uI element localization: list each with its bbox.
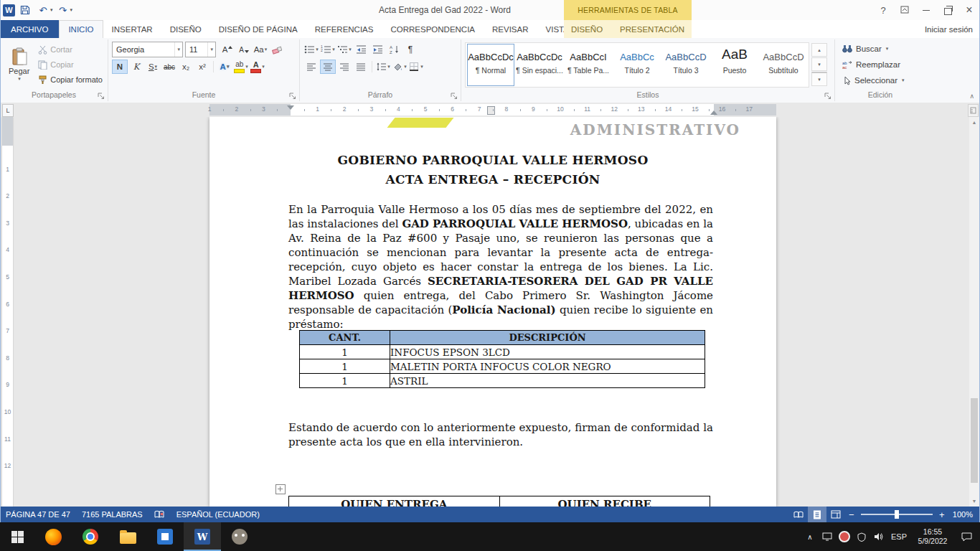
- tab-diseno-de-pagina[interactable]: DISEÑO DE PÁGINA: [210, 20, 306, 38]
- decrease-indent-button[interactable]: [353, 42, 369, 57]
- styles-scroll-down-button[interactable]: ▾: [811, 57, 827, 71]
- style-item-title[interactable]: AaB Puesto: [711, 44, 758, 86]
- underline-button[interactable]: S▾: [145, 60, 161, 74]
- numbering-button[interactable]: 12▾: [320, 42, 336, 57]
- document-page[interactable]: ADMINISTRATIVO GOBIERNO PARROQUIAL VALLE…: [209, 117, 776, 507]
- sort-button[interactable]: AZ: [386, 42, 402, 57]
- first-line-indent-marker[interactable]: [287, 105, 294, 110]
- action-center-button[interactable]: [956, 527, 977, 547]
- format-painter-button[interactable]: Copiar formato: [36, 72, 105, 87]
- superscript-button[interactable]: x²: [194, 60, 210, 74]
- align-left-button[interactable]: [303, 60, 319, 74]
- undo-dropdown-icon[interactable]: ▾: [50, 7, 53, 13]
- qat-customize-icon[interactable]: ▾: [70, 7, 73, 13]
- tab-inicio[interactable]: INICIO: [59, 20, 103, 38]
- clipboard-dialog-launcher[interactable]: [98, 93, 105, 100]
- paragraph-dialog-launcher[interactable]: [451, 93, 458, 100]
- tab-diseno[interactable]: DISEÑO: [161, 20, 210, 38]
- clear-formatting-button[interactable]: [269, 42, 285, 57]
- select-button[interactable]: Seleccionar ▾: [839, 73, 908, 88]
- start-button[interactable]: [0, 522, 34, 551]
- tab-table-presentacion[interactable]: PRESENTACIÓN: [611, 20, 693, 38]
- scroll-up-button[interactable]: ▲: [969, 117, 979, 128]
- proofing-status[interactable]: [149, 507, 171, 522]
- show-paragraph-marks-button[interactable]: ¶: [402, 42, 418, 57]
- language-indicator[interactable]: ESPAÑOL (ECUADOR): [171, 507, 265, 522]
- taskbar-app-button[interactable]: [146, 522, 184, 551]
- paste-button[interactable]: Pegar ▾: [4, 40, 34, 89]
- undo-button[interactable]: ↶: [35, 2, 51, 18]
- minimize-button[interactable]: [915, 0, 937, 20]
- text-effects-button[interactable]: A▾: [217, 60, 232, 74]
- taskbar-firefox-button[interactable]: [34, 522, 72, 551]
- web-layout-button[interactable]: [826, 507, 845, 522]
- tab-correspondencia[interactable]: CORRESPONDENCIA: [382, 20, 484, 38]
- table-column-marker[interactable]: [487, 106, 495, 115]
- style-item-table-paragraph[interactable]: AaBbCcI ¶ Table Pa...: [565, 44, 612, 86]
- font-name-combobox[interactable]: Georgia ▾: [112, 42, 183, 57]
- redo-button[interactable]: ↷: [55, 2, 71, 18]
- line-spacing-button[interactable]: ▾: [375, 60, 391, 74]
- taskbar-word-button[interactable]: W: [184, 522, 221, 551]
- tab-selector[interactable]: L: [2, 104, 14, 117]
- print-layout-button[interactable]: [808, 507, 826, 522]
- bullets-button[interactable]: ▾: [303, 42, 319, 57]
- restore-button[interactable]: [937, 0, 958, 20]
- word-count[interactable]: 7165 PALABRAS: [76, 507, 149, 522]
- ruler-toggle-button[interactable]: [968, 104, 979, 117]
- tab-table-diseno[interactable]: DISEÑO: [562, 20, 611, 38]
- ribbon-display-options-button[interactable]: [894, 0, 915, 20]
- sign-in-link[interactable]: Iniciar sesión: [925, 20, 973, 38]
- zoom-slider-handle[interactable]: [895, 510, 899, 519]
- style-item-heading3[interactable]: AaBbCcD Título 3: [662, 44, 710, 86]
- tab-archivo[interactable]: ARCHIVO: [0, 20, 59, 38]
- tray-app-icon[interactable]: [837, 527, 852, 547]
- styles-dialog-launcher[interactable]: [824, 93, 832, 100]
- page-indicator[interactable]: PÁGINA 47 DE 47: [0, 507, 76, 522]
- taskbar-clock[interactable]: 16:55 5/9/2022: [911, 527, 954, 546]
- tray-display-icon[interactable]: [819, 527, 835, 547]
- borders-button[interactable]: ▾: [408, 60, 424, 74]
- align-right-button[interactable]: [336, 60, 352, 74]
- taskbar-explorer-button[interactable]: [109, 522, 146, 551]
- cut-button[interactable]: Cortar: [36, 42, 105, 57]
- align-center-button[interactable]: [320, 60, 336, 74]
- justify-button[interactable]: [353, 60, 369, 74]
- tab-referencias[interactable]: REFERENCIAS: [306, 20, 382, 38]
- styles-scroll-up-button[interactable]: ▴: [811, 43, 827, 57]
- scroll-down-button[interactable]: ▼: [969, 496, 979, 507]
- zoom-out-button[interactable]: −: [845, 507, 858, 522]
- help-button[interactable]: ?: [872, 0, 894, 20]
- vertical-ruler[interactable]: 123456789101112: [2, 117, 13, 507]
- style-item-heading2[interactable]: AaBbCc Título 2: [613, 44, 661, 86]
- strikethrough-button[interactable]: abc: [161, 60, 177, 74]
- increase-indent-button[interactable]: [369, 42, 385, 57]
- shading-button[interactable]: ▾: [392, 60, 407, 74]
- right-indent-marker[interactable]: [710, 110, 717, 115]
- close-button[interactable]: ×: [958, 0, 980, 20]
- read-mode-button[interactable]: [789, 507, 808, 522]
- save-button[interactable]: [17, 2, 33, 18]
- subscript-button[interactable]: x₂: [178, 60, 194, 74]
- bold-button[interactable]: N: [112, 60, 128, 74]
- tray-volume-icon[interactable]: [871, 527, 887, 547]
- tab-insertar[interactable]: INSERTAR: [103, 20, 161, 38]
- vertical-scrollbar[interactable]: ▲ ▼: [969, 117, 979, 507]
- font-dialog-launcher[interactable]: [289, 93, 297, 100]
- font-color-button[interactable]: A▾: [250, 60, 265, 74]
- tab-revisar[interactable]: REVISAR: [484, 20, 537, 38]
- keyboard-language[interactable]: ESP: [888, 527, 910, 547]
- taskbar-chrome-button[interactable]: [72, 522, 109, 551]
- replace-button[interactable]: abac Reemplazar: [839, 57, 908, 72]
- italic-button[interactable]: K: [128, 60, 144, 74]
- multilevel-list-button[interactable]: ▾: [336, 42, 352, 57]
- tray-expand-button[interactable]: ∧: [802, 527, 818, 547]
- shrink-font-button[interactable]: A: [236, 42, 252, 57]
- highlight-button[interactable]: ab▾: [233, 60, 249, 74]
- style-item-subtitle[interactable]: AaBbCcD Subtítulo: [760, 44, 807, 86]
- horizontal-ruler[interactable]: L 3211234567891011121314151617: [0, 103, 980, 117]
- items-table[interactable]: CANT. DESCRIPCIÓN 1 INFOCUS EPSON 3LCD 1…: [299, 330, 705, 388]
- tray-shield-icon[interactable]: [854, 527, 870, 547]
- find-button[interactable]: Buscar ▾: [839, 42, 908, 56]
- table-move-handle[interactable]: [275, 484, 286, 494]
